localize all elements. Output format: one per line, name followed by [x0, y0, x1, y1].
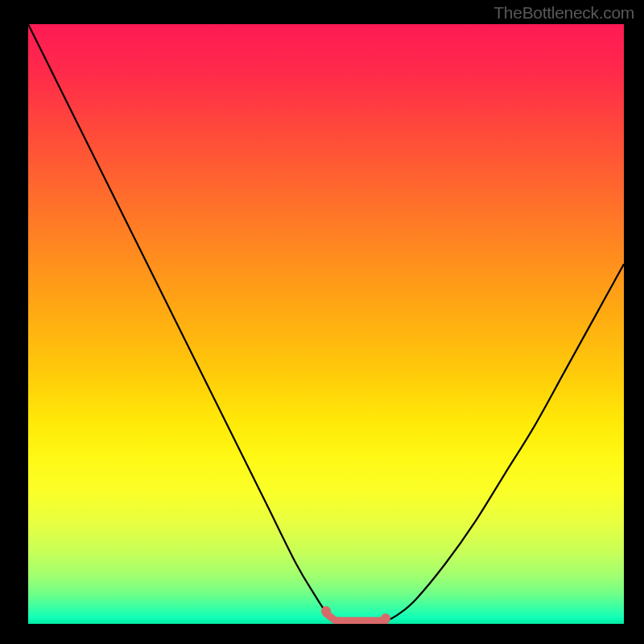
- optimal-region-marker: [28, 24, 624, 624]
- svg-point-0: [321, 606, 331, 616]
- chart-plot-area: [28, 24, 624, 624]
- svg-point-1: [381, 613, 390, 623]
- watermark-text: TheBottleneck.com: [493, 3, 634, 23]
